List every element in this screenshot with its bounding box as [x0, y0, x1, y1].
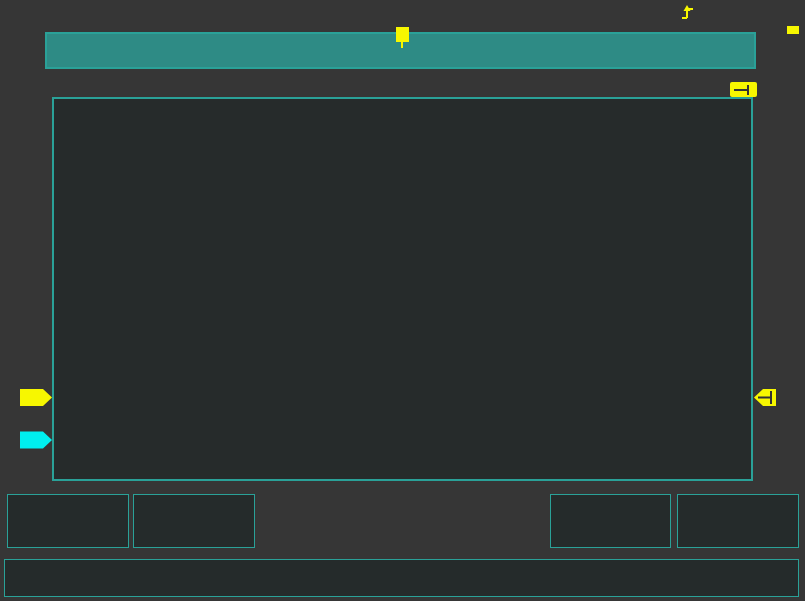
trigger-level-marker[interactable] [754, 389, 776, 406]
measurement-bar [4, 559, 799, 597]
horizontal-position-indicator[interactable] [787, 26, 799, 34]
waveform-display[interactable] [52, 97, 753, 481]
ch2-settings-panel[interactable] [133, 494, 255, 548]
cursor-flag-icon[interactable] [730, 82, 757, 97]
freq-counter-panel[interactable] [550, 494, 671, 548]
ch2-ground-marker[interactable] [20, 432, 52, 449]
ch1-settings-panel[interactable] [7, 494, 129, 548]
trigger-position-stem [401, 42, 403, 48]
rising-edge-icon [680, 4, 696, 22]
oscilloscope-app [0, 0, 805, 601]
ch1-ground-marker[interactable] [20, 389, 52, 406]
timebase-panel[interactable] [677, 494, 799, 548]
trigger-position-marker[interactable] [396, 27, 409, 42]
